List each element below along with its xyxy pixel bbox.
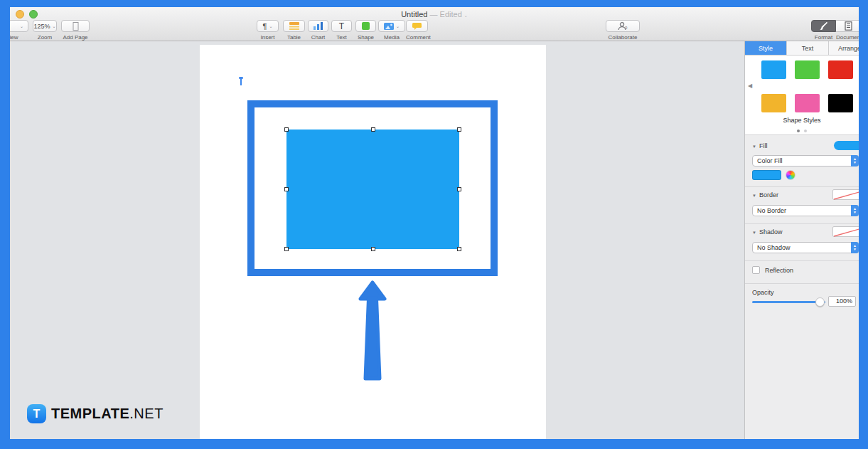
dropdown-stepper-icon: ▲▼ bbox=[851, 242, 859, 253]
format-inspector: Style Text Arrange ◀ Shape Styles ▼Fill … bbox=[744, 41, 859, 439]
zoom-menu[interactable]: 125%⌄ Zoom bbox=[33, 20, 57, 41]
border-type-dropdown[interactable]: No Border ▲▼ bbox=[752, 205, 859, 216]
format-brush-icon bbox=[819, 21, 828, 31]
comment-icon bbox=[412, 23, 422, 30]
up-arrow-shape[interactable] bbox=[355, 280, 390, 383]
document-label: Document bbox=[836, 34, 859, 41]
selection-handle-bottom-left[interactable] bbox=[284, 247, 289, 251]
shadow-preview-well[interactable] bbox=[832, 226, 859, 237]
divider bbox=[745, 283, 859, 284]
pilcrow-icon: ¶ bbox=[263, 22, 267, 31]
chart-label: Chart bbox=[308, 34, 328, 41]
table-button[interactable]: Table bbox=[283, 20, 305, 41]
disclosure-triangle-icon: ▼ bbox=[752, 194, 756, 198]
page-icon bbox=[73, 22, 79, 31]
selection-handle-bottom-right[interactable] bbox=[457, 247, 461, 251]
template-net-wordmark: TEMPLATE.NET bbox=[51, 406, 164, 422]
opacity-slider-handle[interactable] bbox=[815, 297, 825, 307]
text-insertion-caret bbox=[238, 75, 245, 87]
collaborate-button[interactable]: 0 Collaborate bbox=[606, 20, 640, 41]
chevron-down-icon: ⌄ bbox=[269, 23, 272, 28]
document-page[interactable] bbox=[200, 45, 546, 439]
template-net-logo: T bbox=[27, 404, 46, 423]
insert-label: Insert bbox=[257, 34, 279, 41]
shape-styles-pager[interactable] bbox=[745, 127, 859, 132]
shadow-section-header[interactable]: ▼Shadow bbox=[752, 228, 782, 236]
add-page-label: Add Page bbox=[61, 34, 90, 41]
chevron-down-icon: ⌄ bbox=[396, 23, 400, 28]
media-button[interactable]: ⌄ Media bbox=[378, 20, 405, 41]
selection-handle-top-left[interactable] bbox=[284, 127, 289, 132]
comment-label: Comment bbox=[406, 34, 431, 41]
view-label: View bbox=[10, 34, 28, 41]
selection-handle-top-center[interactable] bbox=[371, 127, 375, 132]
title-chevron-icon[interactable]: ⌄ bbox=[464, 14, 468, 18]
format-button[interactable] bbox=[811, 20, 836, 32]
media-icon bbox=[384, 23, 394, 30]
window-title: Untitled — Edited ⌄ bbox=[10, 10, 859, 19]
border-section-header[interactable]: ▼Border bbox=[752, 191, 778, 199]
template-net-watermark: T TEMPLATE.NET bbox=[27, 404, 164, 423]
shape-style-swatch-pink[interactable] bbox=[795, 94, 820, 112]
disclosure-triangle-icon: ▼ bbox=[752, 231, 756, 235]
document-icon bbox=[845, 21, 852, 31]
toolbar: Untitled — Edited ⌄ ⌄ View 125%⌄ Zoom Ad… bbox=[10, 7, 859, 41]
shadow-type-dropdown[interactable]: No Shadow ▲▼ bbox=[752, 242, 859, 253]
fill-color-well[interactable] bbox=[834, 141, 859, 150]
shape-icon bbox=[362, 22, 370, 30]
document-title: Untitled bbox=[401, 10, 427, 19]
tab-style[interactable]: Style bbox=[745, 41, 787, 55]
disclosure-triangle-icon: ▼ bbox=[752, 144, 756, 149]
table-icon bbox=[289, 22, 299, 30]
fill-section-header[interactable]: ▼Fill bbox=[752, 142, 767, 149]
shape-style-swatch-black[interactable] bbox=[828, 94, 853, 112]
reflection-label: Reflection bbox=[765, 267, 793, 274]
dropdown-stepper-icon: ▲▼ bbox=[851, 155, 859, 167]
media-label: Media bbox=[378, 34, 405, 41]
table-label: Table bbox=[283, 34, 305, 41]
opacity-slider-track[interactable] bbox=[752, 301, 825, 303]
tab-text[interactable]: Text bbox=[787, 41, 829, 55]
comment-button[interactable]: Comment bbox=[406, 20, 431, 41]
color-wheel-icon[interactable] bbox=[786, 170, 795, 180]
bar-chart-icon bbox=[314, 22, 323, 30]
shape-style-swatch-green[interactable] bbox=[795, 60, 820, 79]
document-status: — Edited bbox=[430, 10, 462, 19]
selection-handle-middle-left[interactable] bbox=[284, 187, 289, 191]
collaborate-person-icon: 0 bbox=[617, 22, 628, 31]
shape-style-swatch-yellow[interactable] bbox=[761, 94, 786, 112]
add-page-button[interactable]: Add Page bbox=[61, 20, 90, 41]
inspector-tabs: Style Text Arrange bbox=[745, 41, 859, 56]
inspector-segment bbox=[811, 20, 859, 32]
opacity-value-field[interactable]: 100% bbox=[828, 296, 856, 307]
divider bbox=[745, 260, 859, 261]
shape-button[interactable]: Shape bbox=[355, 20, 376, 41]
view-menu[interactable]: ⌄ View bbox=[10, 20, 28, 41]
chart-button[interactable]: Chart bbox=[308, 20, 328, 41]
opacity-label: Opacity bbox=[752, 289, 774, 296]
selected-rectangle-shape[interactable] bbox=[286, 130, 459, 249]
fill-color-swatch[interactable] bbox=[752, 170, 781, 180]
shape-style-swatch-blue[interactable] bbox=[761, 60, 786, 79]
shape-style-swatch-red[interactable] bbox=[828, 60, 853, 79]
fill-type-dropdown[interactable]: Color Fill ▲▼ bbox=[752, 155, 859, 167]
selection-handle-top-right[interactable] bbox=[457, 127, 461, 132]
zoom-value: 125% bbox=[33, 23, 50, 30]
chevron-down-icon: ⌄ bbox=[20, 23, 23, 28]
shape-styles-label: Shape Styles bbox=[745, 117, 859, 124]
text-button[interactable]: T Text bbox=[331, 20, 352, 41]
tab-arrange[interactable]: Arrange bbox=[829, 41, 859, 55]
pages-app-window: Untitled — Edited ⌄ ⌄ View 125%⌄ Zoom Ad… bbox=[10, 7, 859, 439]
previous-styles-arrow-icon[interactable]: ◀ bbox=[748, 83, 752, 89]
chevron-down-icon: ⌄ bbox=[53, 23, 56, 28]
selection-handle-middle-right[interactable] bbox=[457, 187, 461, 191]
reflection-checkbox[interactable] bbox=[752, 266, 760, 274]
shape-styles-panel: ◀ Shape Styles bbox=[745, 56, 859, 135]
document-button[interactable] bbox=[836, 20, 859, 32]
collaborate-label: Collaborate bbox=[606, 34, 640, 41]
svg-text:0: 0 bbox=[625, 26, 628, 30]
selection-handle-bottom-center[interactable] bbox=[371, 247, 375, 251]
border-preview-well[interactable] bbox=[832, 189, 859, 200]
inspector-segment-labels: Format Document bbox=[811, 34, 859, 41]
insert-button[interactable]: ¶⌄ Insert bbox=[257, 20, 279, 41]
